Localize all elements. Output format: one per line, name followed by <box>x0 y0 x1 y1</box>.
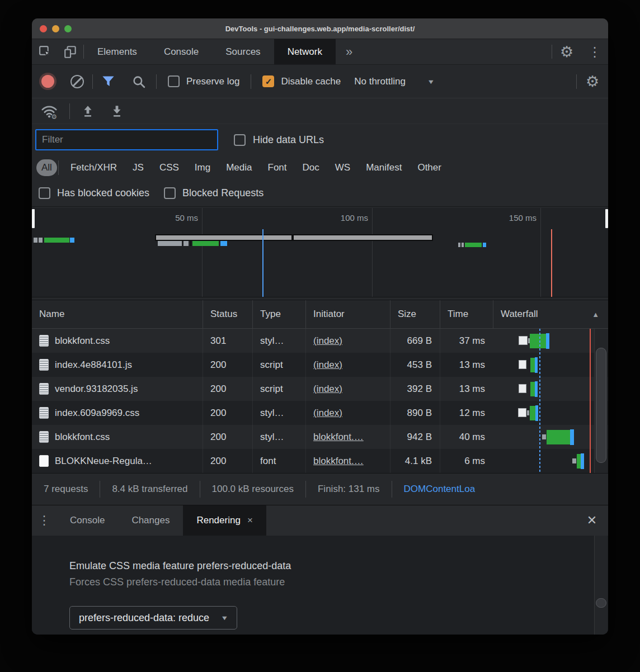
toolbar-divider <box>251 74 251 89</box>
network-settings-button[interactable]: ⚙ <box>577 73 608 91</box>
prefers-reduced-data-select[interactable]: prefers-reduced-data: reduce ▼ <box>69 606 237 630</box>
gear-icon: ⚙ <box>560 43 573 61</box>
filter-pill-fetch-xhr[interactable]: Fetch/XHR <box>65 159 122 176</box>
timeline-gridline <box>372 208 373 297</box>
initiator-link[interactable]: (index) <box>313 384 342 395</box>
overview-bar-segment <box>483 243 486 247</box>
overview-left-handle[interactable] <box>32 209 35 228</box>
pill-divider <box>58 160 59 175</box>
clear-network-log-button[interactable] <box>70 75 84 88</box>
close-window-button[interactable] <box>40 25 47 32</box>
kebab-menu-icon: ⋮ <box>588 44 601 60</box>
close-drawer-button[interactable]: ✕ <box>576 505 608 536</box>
overview-right-handle[interactable] <box>605 209 608 228</box>
filter-pill-img[interactable]: Img <box>190 159 215 176</box>
filter-pill-media[interactable]: Media <box>221 159 257 176</box>
file-icon <box>39 383 49 395</box>
hide-data-urls-checkbox[interactable] <box>234 134 246 146</box>
throttling-value: No throttling <box>354 76 406 87</box>
preserve-log-checkbox[interactable] <box>168 75 180 87</box>
drawer-tab-changes[interactable]: Changes <box>118 505 183 536</box>
column-header-status[interactable]: Status <box>203 300 252 328</box>
disable-cache-checkbox[interactable]: ✓ <box>262 75 274 87</box>
panel-tab-bar: ElementsConsoleSourcesNetwork » ⚙ ⋮ <box>32 39 608 65</box>
initiator-link[interactable]: (index) <box>313 359 342 371</box>
filter-pill-other[interactable]: Other <box>412 159 446 176</box>
inspect-element-button[interactable] <box>32 39 58 64</box>
tab-console[interactable]: Console <box>150 39 212 64</box>
drawer-tab-rendering[interactable]: Rendering× <box>183 505 266 536</box>
filter-toggle-button[interactable] <box>101 74 116 89</box>
column-header-name[interactable]: Name <box>32 300 203 328</box>
blocked-requests-control: Blocked Requests <box>164 187 263 199</box>
filter-input[interactable] <box>35 129 218 150</box>
initiator-link[interactable]: blokkfont.… <box>313 432 364 443</box>
table-row[interactable]: vendor.93182035.js 200 script (index) 39… <box>32 377 608 401</box>
waterfall-queue-segment <box>519 336 528 345</box>
column-header-initiator[interactable]: Initiator <box>305 300 390 328</box>
table-row[interactable]: index.609a9969.css 200 styl… (index) 890… <box>32 401 608 425</box>
table-row[interactable]: BLOKKNeue-Regula… 200 font blokkfont.… 4… <box>32 449 608 473</box>
blocked-requests-checkbox[interactable] <box>164 187 176 199</box>
drawer-menu-button[interactable]: ⋮ <box>32 505 57 536</box>
drawer-scrollbar[interactable] <box>594 536 608 635</box>
more-tabs-button[interactable]: » <box>336 39 363 64</box>
request-time: 37 ms <box>440 329 493 353</box>
main-menu-button[interactable]: ⋮ <box>581 39 608 64</box>
waterfall-blue-segment <box>535 357 538 373</box>
table-scrollbar[interactable] <box>594 329 608 473</box>
request-status: 200 <box>203 377 252 401</box>
initiator-link[interactable]: blokkfont.… <box>313 456 364 467</box>
request-name: index.4e884101.js <box>55 359 132 371</box>
table-row[interactable]: index.4e884101.js 200 script (index) 453… <box>32 353 608 377</box>
initiator-link[interactable]: (index) <box>313 408 342 419</box>
column-header-waterfall[interactable]: Waterfall▲ <box>493 300 608 328</box>
drawer-tab-console[interactable]: Console <box>57 505 118 536</box>
hide-data-urls-label: Hide data URLs <box>253 134 324 146</box>
filter-pill-all[interactable]: All <box>36 159 57 176</box>
table-row[interactable]: blokkfont.css 301 styl… (index) 669 B 37… <box>32 329 608 353</box>
close-icon: ✕ <box>587 513 597 528</box>
export-har-button[interactable] <box>110 104 124 119</box>
overview-bar-segment <box>183 241 189 246</box>
rendering-panel: Emulate CSS media feature prefers-reduce… <box>32 536 608 635</box>
record-network-log-button[interactable] <box>41 75 54 88</box>
search-button[interactable] <box>131 74 146 89</box>
waterfall-green-segment <box>577 454 581 468</box>
import-har-button[interactable] <box>81 104 95 119</box>
has-blocked-cookies-checkbox[interactable] <box>39 187 50 199</box>
throttling-select[interactable]: No throttling ▼ <box>354 76 434 87</box>
filter-pill-manifest[interactable]: Manifest <box>361 159 407 176</box>
column-header-size[interactable]: Size <box>390 300 440 328</box>
tab-network[interactable]: Network <box>274 39 336 64</box>
filter-pill-font[interactable]: Font <box>263 159 292 176</box>
filter-pill-js[interactable]: JS <box>128 159 149 176</box>
minimize-window-button[interactable] <box>52 25 59 32</box>
filter-pill-doc[interactable]: Doc <box>298 159 324 176</box>
initiator-link[interactable]: (index) <box>313 335 342 347</box>
drawer-scrollbar-thumb[interactable] <box>596 598 606 608</box>
font-file-icon <box>39 455 49 467</box>
requests-table-body: blokkfont.css 301 styl… (index) 669 B 37… <box>32 329 608 473</box>
load-event-line <box>590 329 591 473</box>
timeline-gridline <box>202 208 203 297</box>
device-toolbar-button[interactable] <box>58 39 83 64</box>
network-overview-timeline[interactable]: 50 ms100 ms150 ms <box>32 208 608 297</box>
settings-button[interactable]: ⚙ <box>552 39 581 64</box>
close-tab-icon[interactable]: × <box>247 515 253 526</box>
filter-pill-css[interactable]: CSS <box>154 159 184 176</box>
waterfall-cell <box>493 425 608 449</box>
tab-elements[interactable]: Elements <box>84 39 150 64</box>
column-header-type[interactable]: Type <box>252 300 305 328</box>
network-conditions-button[interactable]: ⚙ <box>40 103 58 119</box>
timeline-tick-label: 50 ms <box>131 213 198 223</box>
file-icon <box>39 407 49 419</box>
table-row[interactable]: blokkfont.css 200 styl… blokkfont.… 942 … <box>32 425 608 449</box>
emulate-media-feature-subtitle: Forces CSS prefers-reduced-data media fe… <box>69 576 285 588</box>
table-scrollbar-thumb[interactable] <box>596 348 606 463</box>
column-header-time[interactable]: Time <box>440 300 493 328</box>
zoom-window-button[interactable] <box>64 25 72 32</box>
network-conditions-toolbar: ⚙ <box>32 98 608 124</box>
tab-sources[interactable]: Sources <box>212 39 274 64</box>
filter-pill-ws[interactable]: WS <box>330 159 355 176</box>
